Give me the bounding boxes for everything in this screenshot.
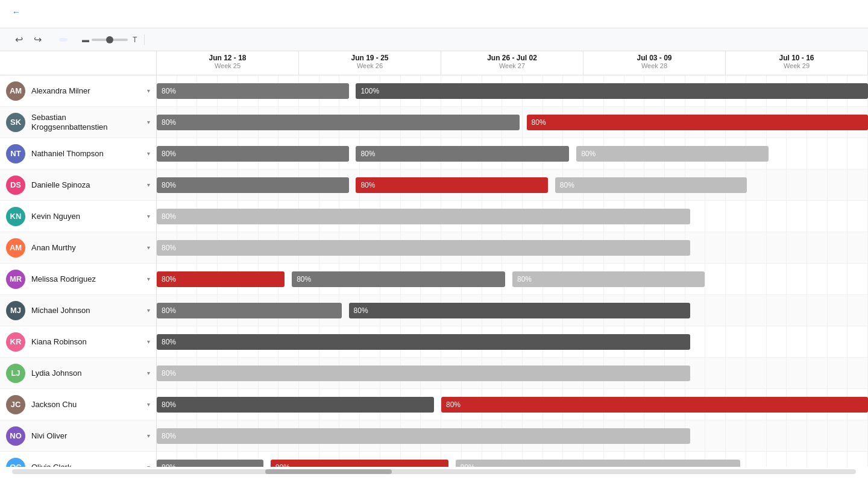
week-header: Jun 19 - 25Week 26 bbox=[299, 51, 441, 75]
workload-bar: 80% bbox=[356, 177, 548, 193]
bar-container[interactable]: 80% bbox=[157, 83, 349, 99]
chevron-down-icon[interactable]: ▾ bbox=[147, 276, 150, 282]
person-name: Alexandra Milner bbox=[31, 86, 141, 96]
workload-bar: 80% bbox=[157, 271, 285, 287]
workload-bar: 80% bbox=[157, 209, 690, 224]
workload-bar: 100% bbox=[356, 83, 868, 99]
bar-container[interactable]: 100% bbox=[356, 83, 868, 99]
person-name: Sebastian Kroggsennbattenstien bbox=[31, 113, 141, 131]
person-row: AMAnan Murthy▾ bbox=[0, 232, 156, 264]
workload-bar: 80% bbox=[157, 83, 349, 99]
chevron-down-icon[interactable]: ▾ bbox=[147, 370, 150, 376]
chevron-down-icon[interactable]: ▾ bbox=[147, 307, 150, 314]
person-name: Melissa Rodriguez bbox=[31, 274, 141, 284]
horizontal-scrollbar[interactable] bbox=[12, 469, 856, 474]
back-link[interactable]: ← bbox=[0, 0, 868, 22]
person-row: KRKiana Robinson▾ bbox=[0, 326, 156, 358]
time-view-button[interactable]: T bbox=[133, 36, 137, 44]
timeline-row: 80% bbox=[157, 326, 868, 358]
person-name: Jackson Chu bbox=[31, 400, 141, 410]
bar-container[interactable]: 80% bbox=[157, 209, 690, 224]
timeline-row: 80% bbox=[157, 201, 868, 232]
workload-bar: 80% bbox=[157, 428, 690, 444]
scrollbar-thumb[interactable] bbox=[265, 469, 392, 474]
week-header: Jun 26 - Jul 02Week 27 bbox=[441, 51, 583, 75]
workload-bar: 80% bbox=[456, 460, 740, 467]
bar-container[interactable]: 80% bbox=[157, 397, 434, 413]
zoom-slider[interactable]: ▬ bbox=[82, 36, 128, 44]
bar-container[interactable]: 80% bbox=[356, 146, 569, 162]
bar-container[interactable]: 80% bbox=[555, 177, 747, 193]
timeline-row: 80%80%80% bbox=[157, 169, 868, 201]
chevron-down-icon[interactable]: ▾ bbox=[147, 338, 150, 345]
chevron-down-icon[interactable]: ▾ bbox=[147, 244, 150, 251]
bar-container[interactable]: 80% bbox=[576, 146, 769, 162]
timeline-row: 80%80%80% bbox=[157, 138, 868, 169]
bar-container[interactable]: 80% bbox=[157, 146, 349, 162]
week-header: Jun 12 - 18Week 25 bbox=[157, 51, 299, 75]
chevron-down-icon[interactable]: ▾ bbox=[147, 213, 150, 220]
bar-container[interactable]: 80% bbox=[157, 271, 285, 287]
person-row: NTNathaniel Thompson▾ bbox=[0, 138, 156, 169]
chevron-down-icon[interactable]: ▾ bbox=[147, 150, 150, 157]
workload-bar: 80% bbox=[576, 146, 769, 162]
person-row: LJLydia Johnson▾ bbox=[0, 358, 156, 389]
view-week-button[interactable] bbox=[59, 38, 68, 42]
workload-bar: 80% bbox=[555, 177, 747, 193]
person-row: KNKevin Nguyen▾ bbox=[0, 201, 156, 232]
bar-container[interactable]: 80% bbox=[292, 271, 505, 287]
timeline-row: 80% bbox=[157, 420, 868, 452]
person-row: AMAlexandra Milner▾ bbox=[0, 75, 156, 107]
chevron-down-icon[interactable]: ▾ bbox=[147, 87, 150, 94]
person-row: DSDanielle Spinoza▾ bbox=[0, 169, 156, 201]
chevron-down-icon[interactable]: ▾ bbox=[147, 432, 150, 439]
person-name: Michael Johnson bbox=[31, 306, 141, 315]
chevron-down-icon[interactable]: ▾ bbox=[147, 464, 150, 467]
avatar: NT bbox=[6, 144, 25, 163]
slider-icon: ▬ bbox=[82, 36, 89, 44]
bar-container[interactable]: 80% bbox=[157, 460, 263, 467]
avatar: MR bbox=[6, 270, 25, 289]
chevron-down-icon[interactable]: ▾ bbox=[147, 182, 150, 188]
avatar: AM bbox=[6, 238, 25, 258]
bar-container[interactable]: 80% bbox=[157, 177, 349, 193]
view-month-button[interactable] bbox=[69, 38, 77, 42]
workload-bar: 80% bbox=[349, 303, 690, 318]
view-day-button[interactable] bbox=[49, 38, 58, 42]
redo-button[interactable]: ↪ bbox=[31, 32, 45, 47]
expand-all[interactable] bbox=[0, 51, 156, 75]
chevron-down-icon[interactable]: ▾ bbox=[147, 401, 150, 408]
bar-container[interactable]: 80% bbox=[157, 366, 690, 381]
bar-container[interactable]: 80% bbox=[512, 271, 705, 287]
chevron-down-icon[interactable]: ▾ bbox=[147, 119, 150, 125]
timeline-row: 80%80% bbox=[157, 107, 868, 138]
workload-bar: 80% bbox=[271, 460, 448, 467]
bar-container[interactable]: 80% bbox=[157, 428, 690, 444]
workload-bar: 80% bbox=[292, 271, 505, 287]
bar-container[interactable]: 80% bbox=[441, 397, 868, 413]
bar-container[interactable]: 80% bbox=[349, 303, 690, 318]
bar-container[interactable]: 80% bbox=[157, 240, 690, 256]
bar-container[interactable]: 80% bbox=[456, 460, 740, 467]
bar-container[interactable]: 80% bbox=[157, 115, 520, 130]
week-header: Jul 10 - 16Week 29 bbox=[726, 51, 868, 75]
avatar: OC bbox=[6, 458, 25, 467]
person-name: Lydia Johnson bbox=[31, 369, 141, 378]
undo-button[interactable]: ↩ bbox=[12, 32, 26, 47]
person-name: Nivi Oliver bbox=[31, 431, 141, 441]
workload-bar: 80% bbox=[356, 146, 569, 162]
bar-container[interactable]: 80% bbox=[527, 115, 868, 130]
avatar: LJ bbox=[6, 364, 25, 383]
person-name: Nathaniel Thompson bbox=[31, 149, 141, 159]
timeline-header: Jun 12 - 18Week 25Jun 19 - 25Week 26Jun … bbox=[157, 51, 868, 75]
timeline-row: 80%80%80% bbox=[157, 264, 868, 295]
create-assignment-button[interactable] bbox=[152, 38, 162, 42]
bar-container[interactable]: 80% bbox=[157, 334, 690, 350]
timeline-row: 80% bbox=[157, 358, 868, 389]
bar-container[interactable]: 80% bbox=[271, 460, 448, 467]
timeline-rows: 80%100%80%80%80%80%80%80%80%80%80%80%80%… bbox=[157, 75, 868, 467]
bar-container[interactable]: 80% bbox=[356, 177, 548, 193]
person-row: MRMelissa Rodriguez▾ bbox=[0, 264, 156, 295]
person-row: OCOlivia Clark▾ bbox=[0, 452, 156, 467]
bar-container[interactable]: 80% bbox=[157, 303, 342, 318]
